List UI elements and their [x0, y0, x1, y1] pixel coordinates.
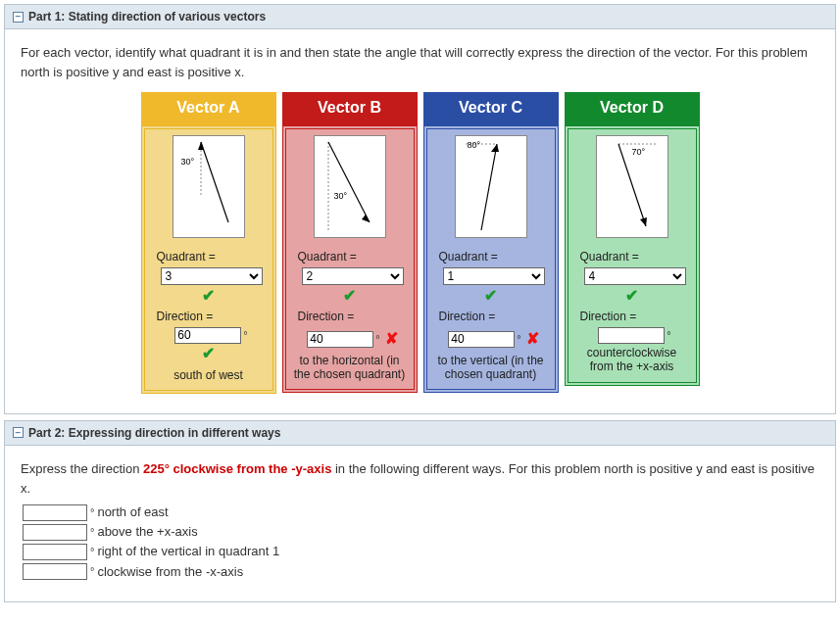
part2-label-3: clockwise from the -x-axis [97, 562, 243, 582]
vectors-row: Vector A 30° Quadrant = 3 ✔ [21, 92, 819, 394]
vector-b-title: Vector B [282, 92, 418, 125]
vector-c-angle-label: 80° [468, 139, 481, 153]
vector-a-quadrant-select[interactable]: 3 [161, 267, 263, 285]
vector-d-box: 70° Quadrant = 4 ✔ Direction = ° counter… [565, 125, 700, 386]
vector-b-quadrant-select[interactable]: 2 [302, 267, 404, 285]
degree-symbol: ° [243, 327, 247, 344]
vector-a-description: south of west [151, 368, 267, 382]
part2-inputs: ° north of east ° above the +x-axis ° ri… [23, 503, 819, 582]
part2-input-0[interactable] [23, 504, 87, 521]
check-icon: ✔ [151, 287, 267, 305]
degree-symbol: ° [667, 327, 670, 344]
vector-d-angle-label: 70° [632, 146, 646, 160]
quadrant-label: Quadrant = [574, 248, 690, 266]
vector-c-quadrant-select[interactable]: 1 [443, 267, 545, 285]
vector-c-diagram: 80° [455, 135, 527, 238]
degree-symbol: ° [517, 331, 520, 348]
part2-instructions: Express the direction 225° clockwise fro… [21, 459, 819, 499]
check-icon: ✔ [574, 287, 690, 305]
quadrant-label: Quadrant = [292, 248, 408, 266]
part2-input-3[interactable] [23, 563, 87, 580]
part1-body: For each vector, identify what quadrant … [5, 29, 835, 413]
svg-marker-5 [362, 215, 370, 222]
part2-title: Part 2: Expressing direction in differen… [28, 426, 280, 440]
part2-highlight: 225° clockwise from the -y-axis [143, 461, 331, 476]
cross-icon: ✘ [526, 327, 539, 352]
part2-body: Express the direction 225° clockwise fro… [5, 446, 835, 601]
svg-marker-2 [198, 142, 204, 150]
vector-c-direction-input[interactable] [448, 331, 515, 348]
vector-c-box: 80° Quadrant = 1 ✔ Direction = ° ✘ to th… [423, 125, 559, 393]
vector-d-quadrant-select[interactable]: 4 [584, 267, 686, 285]
vector-b-column: Vector B 30° Quadrant = 2 ✔ [282, 92, 418, 394]
part2-label-1: above the +x-axis [97, 522, 197, 542]
vector-c-description: to the vertical (in the chosen quadrant) [433, 354, 549, 382]
vector-b-description: to the horizontal (in the chosen quadran… [292, 354, 408, 382]
part1-header[interactable]: − Part 1: Stating direction of various v… [5, 5, 835, 29]
part2-label-2: right of the vertical in quadrant 1 [97, 542, 279, 561]
svg-line-1 [201, 142, 228, 222]
part2-row: ° north of east [23, 503, 819, 522]
vector-b-direction-input[interactable] [307, 331, 373, 348]
vector-a-box: 30° Quadrant = 3 ✔ Direction = ° ✔ south… [141, 125, 276, 394]
part2-row: ° clockwise from the -x-axis [23, 562, 819, 582]
vector-d-diagram: 70° [596, 135, 668, 238]
part2-row: ° right of the vertical in quadrant 1 [23, 542, 819, 561]
vector-c-column: Vector C 80° Quadrant = 1 ✔ [423, 92, 559, 394]
part2-input-2[interactable] [23, 544, 87, 560]
minus-icon[interactable]: − [13, 12, 24, 23]
vector-d-column: Vector D 70° Quadrant = 4 ✔ [565, 92, 700, 394]
vector-a-column: Vector A 30° Quadrant = 3 ✔ [141, 92, 276, 394]
vector-a-title: Vector A [141, 92, 276, 125]
quadrant-label: Quadrant = [433, 248, 549, 266]
quadrant-label: Quadrant = [151, 248, 267, 266]
svg-line-4 [328, 142, 370, 222]
vector-a-angle-label: 30° [181, 156, 195, 169]
svg-marker-8 [491, 144, 499, 152]
part2-input-1[interactable] [23, 524, 87, 541]
check-icon: ✔ [292, 287, 408, 305]
vector-d-direction-input[interactable] [598, 327, 665, 344]
degree-symbol: ° [375, 331, 379, 348]
part1-title: Part 1: Stating direction of various vec… [28, 10, 266, 24]
vector-a-diagram: 30° [173, 135, 245, 238]
direction-label: Direction = [292, 308, 408, 326]
part2-panel: − Part 2: Expressing direction in differ… [4, 420, 836, 602]
direction-label: Direction = [151, 308, 267, 326]
vector-b-box: 30° Quadrant = 2 ✔ Direction = ° ✘ to th… [282, 125, 418, 393]
vector-b-angle-label: 30° [334, 190, 348, 204]
check-icon: ✔ [433, 287, 549, 305]
part2-header[interactable]: − Part 2: Expressing direction in differ… [5, 421, 835, 446]
part2-label-0: north of east [97, 503, 168, 522]
part1-panel: − Part 1: Stating direction of various v… [4, 4, 836, 414]
part2-row: ° above the +x-axis [23, 522, 819, 542]
vector-c-title: Vector C [423, 92, 559, 125]
svg-marker-11 [640, 217, 647, 226]
direction-label: Direction = [433, 308, 549, 326]
vector-b-diagram: 30° [314, 135, 386, 238]
vector-d-description: counterclockwise from the +x-axis [574, 346, 690, 374]
vector-a-direction-input[interactable] [174, 327, 241, 344]
cross-icon: ✘ [385, 327, 398, 352]
check-icon: ✔ [151, 345, 267, 362]
vector-d-title: Vector D [565, 92, 700, 125]
svg-line-7 [481, 144, 497, 230]
minus-icon[interactable]: − [13, 427, 24, 438]
part1-instructions: For each vector, identify what quadrant … [21, 43, 819, 82]
direction-label: Direction = [574, 308, 690, 326]
